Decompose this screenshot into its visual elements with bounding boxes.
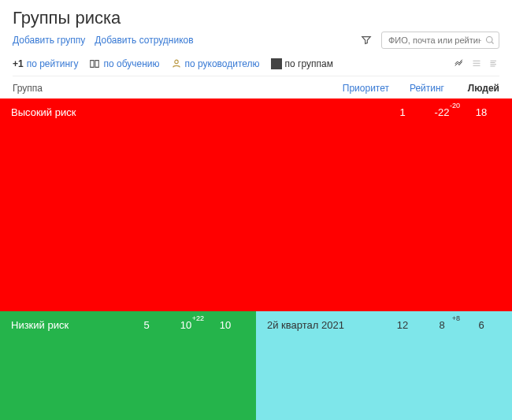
tool-by-manager[interactable]: по руководителю [171, 58, 260, 69]
book-icon [89, 58, 100, 69]
tile-low-risk[interactable]: Низкий риск 5 10 +22 10 [0, 311, 256, 420]
col-rating[interactable]: Рейтинг [389, 83, 444, 94]
tool-by-rating[interactable]: +1 по рейтингу [13, 58, 78, 69]
tile-rating-value: -22 [435, 106, 450, 118]
plus-one-icon: +1 [13, 58, 24, 69]
chart-view-icon[interactable] [454, 58, 465, 69]
col-priority[interactable]: Приоритет [334, 83, 389, 94]
tool-by-training-label: по обучению [103, 58, 159, 69]
tile-people: 18 [462, 106, 501, 118]
add-group-link[interactable]: Добавить группу [13, 35, 85, 46]
tile-rating-value: 8 [439, 319, 444, 331]
tile-people: 10 [206, 319, 245, 331]
search-icon[interactable] [485, 35, 495, 45]
col-group: Группа [13, 83, 334, 94]
tile-delta: -20 [450, 102, 460, 110]
tile-delta: +22 [192, 314, 204, 322]
tile-name: 2й квартал 2021 [267, 319, 383, 331]
svg-point-1 [174, 60, 177, 63]
tile-priority: 1 [383, 106, 422, 118]
list-view-icon[interactable] [471, 58, 482, 69]
compact-view-icon[interactable] [488, 58, 499, 69]
tile-rating: 8 +8 [422, 319, 462, 331]
tile-name: Низкий риск [11, 319, 127, 331]
add-employees-link[interactable]: Добавить сотрудников [95, 35, 193, 46]
tool-by-rating-label: по рейтингу [27, 58, 79, 69]
tile-high-risk[interactable]: Высокий риск 1 -22 -20 18 [0, 98, 512, 311]
svg-point-0 [487, 37, 493, 43]
search-input[interactable] [381, 32, 499, 49]
group-square-icon [271, 58, 282, 69]
tool-by-groups-label: по группам [285, 58, 333, 69]
tool-by-manager-label: по руководителю [185, 58, 260, 69]
filter-icon[interactable] [361, 35, 372, 46]
tile-rating: -22 -20 [422, 106, 462, 118]
tile-delta: +8 [452, 314, 460, 322]
page-title: Группы риска [13, 8, 499, 28]
col-people[interactable]: Людей [444, 83, 499, 94]
treemap: Высокий риск 1 -22 -20 18 Низкий риск 5 [0, 98, 512, 420]
search-box [381, 32, 499, 49]
tile-q2-2021[interactable]: 2й квартал 2021 12 8 +8 6 [256, 311, 512, 420]
tile-rating: 10 +22 [166, 319, 206, 331]
tile-name: Высокий риск [11, 106, 383, 118]
manager-icon [171, 58, 182, 69]
tile-people: 6 [462, 319, 501, 331]
tile-priority: 5 [127, 319, 166, 331]
tool-by-groups[interactable]: по группам [271, 58, 333, 69]
column-header-row: Группа Приоритет Рейтинг Людей [13, 76, 499, 98]
tile-priority: 12 [383, 319, 422, 331]
toolbar: +1 по рейтингу по обучению по руководите… [13, 54, 499, 76]
tile-rating-value: 10 [180, 319, 191, 331]
tool-by-training[interactable]: по обучению [89, 58, 159, 69]
